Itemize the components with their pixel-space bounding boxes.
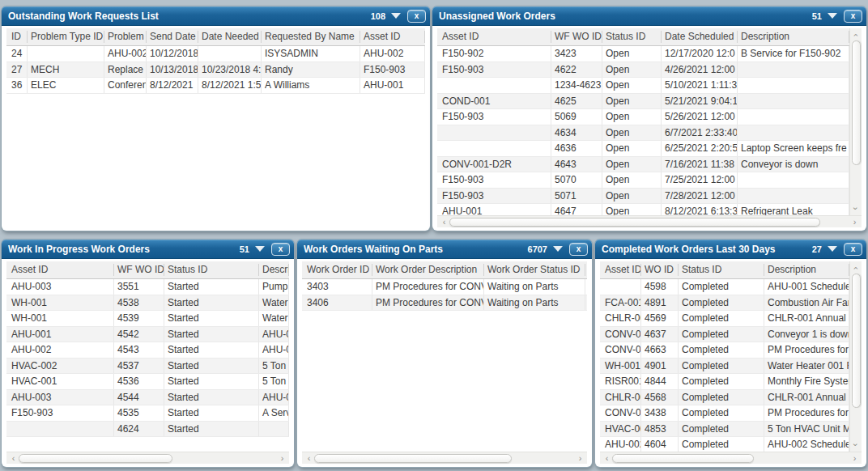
scroll-right-arrow-icon[interactable]: › — [849, 453, 860, 464]
table-row[interactable]: 24AHU-00210/12/2018ISYSADMINAHU-002 — [6, 46, 425, 62]
horizontal-scrollbar[interactable]: ‹ › — [302, 452, 587, 464]
column-header[interactable]: Asset ID — [360, 31, 425, 43]
column-header[interactable]: Problem — [104, 31, 147, 43]
column-header[interactable]: Send Date — [147, 31, 198, 43]
horizontal-scroll-thumb[interactable] — [612, 454, 754, 463]
table-row[interactable]: F150-9035069Open5/26/2021 12:00 — [437, 109, 849, 125]
table-row[interactable]: HVAC-004853Completed5 Ton HVAC Unit M — [600, 422, 849, 438]
table-row[interactable]: WH-0014539StartedWater H — [6, 311, 289, 327]
table-row[interactable]: HVAC-0014536Started5 Ton H — [6, 374, 289, 390]
table-row[interactable]: 27MECHReplace l10/13/201810/23/2018 4:Ra… — [6, 62, 425, 78]
column-header[interactable]: WO ID — [641, 264, 679, 276]
scroll-down-arrow-icon[interactable]: › — [854, 439, 857, 450]
table-row[interactable]: AHU-0014542StartedAHU-00 — [6, 327, 289, 343]
horizontal-scrollbar[interactable]: ‹ › — [600, 452, 862, 464]
column-header[interactable]: Work Order Status ID — [484, 264, 585, 276]
table-row[interactable]: WH-0014538StartedWater H — [6, 295, 289, 312]
horizontal-scrollbar[interactable]: ‹ › — [437, 215, 862, 227]
table-row[interactable]: F150-9035070Open7/25/2021 12:00 — [437, 172, 849, 189]
table-row[interactable]: 4598CompletedAHU-001 Schedule — [600, 279, 849, 295]
scroll-right-arrow-icon[interactable]: › — [277, 453, 287, 464]
horizontal-scrollbar[interactable]: ‹ › — [6, 452, 289, 464]
close-button[interactable]: x — [844, 243, 862, 256]
table-row[interactable]: AHU-0034544StartedAHU-00 — [6, 390, 289, 406]
column-header[interactable]: ID — [6, 31, 28, 43]
horizontal-scroll-thumb[interactable] — [19, 454, 172, 463]
table-row[interactable]: CHLR-004569CompletedCHLR-001 Annual — [600, 311, 849, 327]
table-row[interactable]: CONV-001-D2R4643Open7/16/2021 11:38Conve… — [437, 157, 849, 173]
table-row[interactable]: F150-9035071Open7/28/2021 12:00 — [437, 189, 849, 205]
table-row[interactable]: 4636Open6/25/2021 2:20:5Laptop Screen ke… — [437, 141, 849, 157]
chevron-down-icon[interactable] — [255, 246, 265, 252]
chevron-down-icon[interactable] — [553, 246, 563, 252]
table-row[interactable]: COND-0014625Open5/21/2021 9:04:1 — [437, 94, 849, 110]
panel-titlebar[interactable]: Work In Progress Work Orders 51 x — [2, 240, 294, 259]
scroll-left-arrow-icon[interactable]: ‹ — [8, 453, 19, 464]
column-header[interactable]: Status ID — [164, 264, 259, 276]
scroll-left-arrow-icon[interactable]: ‹ — [439, 217, 449, 227]
table-row[interactable]: 3406PM Procedures for CONVWaiting on Par… — [302, 295, 587, 312]
chevron-down-icon[interactable] — [828, 13, 837, 19]
table-row[interactable]: AHU-0024543StartedAHU-00 — [6, 342, 289, 359]
column-header[interactable]: WF WO ID — [551, 31, 602, 43]
column-header[interactable]: Work Order Description — [372, 264, 484, 276]
column-header[interactable]: Description — [738, 31, 849, 43]
vertical-scroll-thumb[interactable] — [852, 40, 861, 165]
scroll-right-arrow-icon[interactable]: › — [849, 217, 860, 227]
table-row[interactable]: CHLR-004568CompletedCHLR-001 Annual — [600, 390, 849, 406]
panel-titlebar[interactable]: Work Orders Waiting On Parts 6707 x — [297, 240, 592, 259]
column-header[interactable]: Status ID — [679, 264, 764, 276]
table-row[interactable]: 36ELECConferen8/12/20218/12/2021 1:5A Wi… — [6, 78, 425, 94]
horizontal-scroll-thumb[interactable] — [314, 454, 512, 463]
table-row[interactable]: CONV-004663CompletedPM Procedures for — [600, 342, 849, 359]
table-row[interactable]: 4624Started — [6, 422, 289, 438]
table-row[interactable]: F150-9023423Open12/17/2020 12:0B Service… — [437, 46, 849, 62]
table-row[interactable]: 1234-4623Open5/10/2021 1:11:3 — [437, 78, 849, 94]
table-row[interactable]: AHU-0014647Open8/12/2021 6:13:3Refrigera… — [437, 204, 849, 215]
column-header[interactable]: Work Order ID — [302, 264, 372, 276]
panel-titlebar[interactable]: Unassigned Work Orders 51 x — [432, 6, 866, 26]
column-header[interactable]: WF WO ID — [114, 264, 164, 276]
vertical-scrollbar[interactable]: › › — [849, 261, 862, 452]
column-header[interactable]: Description — [764, 264, 849, 276]
table-row[interactable]: RISR001-4844CompletedMonthly Fire System — [600, 374, 849, 390]
column-header[interactable]: Asset ID — [600, 264, 641, 276]
close-button[interactable]: x — [844, 10, 862, 23]
panel-titlebar[interactable]: Completed Work Orders Last 30 Days 27 x — [595, 240, 866, 259]
scroll-up-arrow-icon[interactable]: › — [854, 263, 857, 274]
table-row[interactable]: FCA-0014891CompletedCombustion Air Fan — [600, 295, 849, 312]
column-header[interactable]: Requested By Name — [262, 31, 360, 43]
column-header[interactable]: D — [585, 264, 587, 276]
vertical-scroll-thumb[interactable] — [852, 274, 861, 408]
table-row[interactable]: F150-9034622Open4/26/2021 12:00 — [437, 62, 849, 78]
table-row[interactable]: WH-0014901CompletedWater Heater 001 F — [600, 359, 849, 375]
scroll-right-arrow-icon[interactable]: › — [575, 453, 585, 464]
column-header[interactable]: Asset ID — [437, 31, 551, 43]
column-header[interactable]: Problem Type ID — [28, 31, 104, 43]
scroll-up-arrow-icon[interactable]: › — [854, 30, 857, 40]
scroll-left-arrow-icon[interactable]: ‹ — [304, 453, 314, 464]
horizontal-scroll-thumb[interactable] — [449, 218, 820, 227]
column-header[interactable]: Status ID — [602, 31, 662, 43]
table-row[interactable]: 4634Open6/7/2021 2:33:40 — [437, 125, 849, 142]
table-row[interactable]: HVAC-0024537Started5 Ton H — [6, 359, 289, 375]
table-row[interactable]: AHU-0024604CompletedAHU-002 Schedule — [600, 437, 849, 452]
close-button[interactable]: x — [407, 10, 426, 23]
table-row[interactable]: CONV-003438CompletedPM Procedures for — [600, 405, 849, 422]
chevron-down-icon[interactable] — [391, 13, 401, 19]
vertical-scrollbar[interactable]: › › — [849, 28, 862, 215]
column-header[interactable]: Date Needed — [198, 31, 262, 43]
scroll-left-arrow-icon[interactable]: ‹ — [602, 453, 612, 464]
chevron-down-icon[interactable] — [828, 246, 837, 252]
column-header[interactable]: Date Scheduled — [662, 31, 738, 43]
close-button[interactable]: x — [569, 243, 588, 256]
table-row[interactable]: 3403PM Procedures for CONVWaiting on Par… — [302, 279, 587, 295]
close-button[interactable]: x — [271, 243, 290, 256]
scroll-down-arrow-icon[interactable]: › — [854, 203, 857, 214]
column-header[interactable]: Asset ID — [6, 264, 114, 276]
table-row[interactable]: F150-9034535StartedA Servic — [6, 405, 289, 422]
panel-titlebar[interactable]: Outstanding Work Requests List 108 x — [2, 6, 430, 26]
table-row[interactable]: CONV-004637CompletedConveyor 1 is down — [600, 327, 849, 343]
column-header[interactable]: Description — [259, 264, 289, 276]
table-row[interactable]: AHU-0033551StartedPump is — [6, 279, 289, 295]
